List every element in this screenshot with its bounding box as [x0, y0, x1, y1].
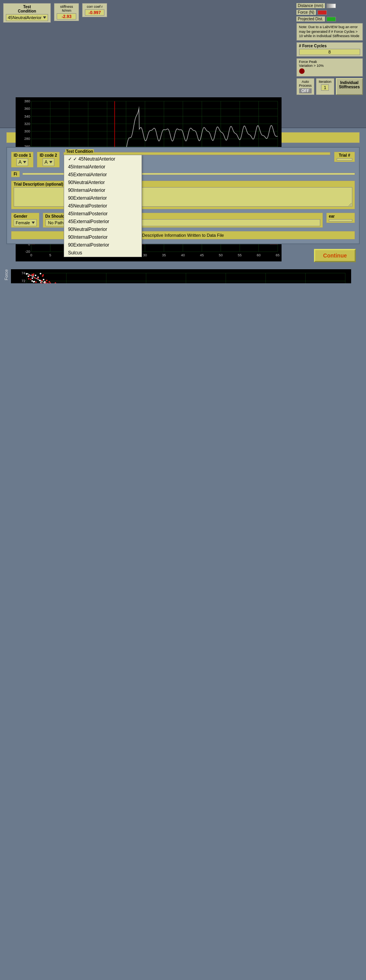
corr-coef-label: corr coef r	[87, 5, 103, 9]
corr-coef-box: corr coef r -0.997	[82, 3, 107, 17]
note-text: Note: Due to a LabVIEW bug an error may …	[299, 25, 359, 38]
iteration-box: Iteration 1	[316, 78, 334, 95]
chart-y-row: Amplitude	[16, 97, 363, 114]
projected-label: Projected Dist.	[296, 16, 325, 21]
trial-box: Trial #	[334, 152, 355, 162]
dropdown-item[interactable]: 90ExternalPosterior	[64, 241, 142, 249]
year-label: ear	[329, 214, 352, 218]
id-code-2-select[interactable]: A	[43, 158, 54, 166]
dropdown-chevron-icon	[43, 16, 46, 19]
right-panel: Distance (mm) Force (N) Projected Dist. …	[296, 3, 363, 95]
desc-written-box: Descriptive Information Written to Data …	[11, 231, 355, 240]
force-cycles-label: # Force Cycles	[299, 44, 360, 48]
filename-row: Fi	[11, 171, 355, 177]
dropdown-item[interactable]: 45ExternalAnterior	[64, 171, 142, 179]
force-peak-box: Force Peak Variation > 10%	[296, 58, 363, 77]
dropdown-item[interactable]: 90NeutralPosterior	[64, 225, 142, 233]
corr-coef-value: -0.997	[85, 9, 104, 16]
filename-label: Fi	[11, 171, 20, 177]
id-code-2-label: ID code 2	[39, 153, 57, 157]
id-code-1-label: ID code 1	[14, 153, 31, 157]
y-axis-area	[3, 97, 14, 124]
force-peak-indicator	[299, 68, 305, 74]
iteration-value: 1	[321, 84, 329, 91]
trial-value	[337, 158, 352, 161]
id-code-2-chevron-icon	[49, 161, 52, 163]
dropdown-item[interactable]: 45NeutralPosterior	[64, 202, 142, 210]
scatter-main: Displacement 25 Hz sample rate	[11, 269, 363, 280]
top-section: Test Condition 45NeutralAnterior stiffne…	[0, 0, 366, 128]
id-code-1-select[interactable]: A	[16, 158, 28, 166]
individual-stiffnesses-button[interactable]: Individual Stiffnesses	[336, 78, 363, 95]
force-peak-label: Force Peak Variation > 10%	[299, 60, 360, 68]
test-condition-form-box[interactable]: Test Condition ✓ 45NeutralAnterior 45Int…	[63, 152, 331, 156]
dropdown-item[interactable]: 90InternalAnterior	[64, 186, 142, 194]
legend-projected: Projected Dist.	[296, 16, 363, 21]
form-row-3: Gender Female Dx Shoulder No Patho ear	[11, 213, 355, 228]
force-cycles-box: # Force Cycles 8	[296, 42, 363, 57]
top-controls: Test Condition 45NeutralAnterior stiffne…	[3, 3, 363, 95]
distance-color	[327, 4, 336, 8]
gender-box: Gender Female	[11, 213, 39, 228]
form-outer: ID code 1 A ID code 2 A Test Condition ✓	[6, 147, 360, 244]
id-code-1-value: A	[18, 159, 22, 165]
main-chart-area: Amplitude Time 25 Hz sample rate	[16, 97, 363, 124]
legend-force: Force (N)	[296, 10, 363, 15]
legend-distance: Distance (mm)	[296, 3, 363, 8]
y-axis-ticks	[3, 97, 14, 124]
scatter-chart-wrapper: Force Displacement 25 Hz sample rate	[3, 269, 363, 280]
projected-color	[327, 17, 336, 21]
scatter-chart-canvas	[11, 269, 351, 283]
trial-desc-box: Trial Description (optional)	[11, 181, 355, 209]
year-value	[329, 219, 352, 222]
gender-chevron-icon	[32, 222, 35, 224]
id-code-1-chevron-icon	[23, 161, 26, 163]
auto-process-label: Auto Process	[299, 80, 312, 88]
stiffness-value: -2.93	[57, 13, 76, 20]
stiffness-label: stiffness N/mm	[60, 5, 73, 13]
year-box: ear	[326, 213, 355, 223]
continue-button[interactable]: Continue	[314, 249, 356, 262]
auto-process-off-badge: OFF	[299, 88, 312, 93]
note-box: Note: Due to a LabVIEW bug an error may …	[296, 23, 363, 41]
test-condition-form-label: Test Condition	[65, 149, 94, 154]
force-label: Force (N)	[296, 10, 316, 15]
bottom-section: Force Displacement 25 Hz sample rate	[0, 266, 366, 283]
form-row-1: ID code 1 A ID code 2 A Test Condition ✓	[11, 152, 355, 168]
force-cycles-value: 8	[299, 49, 360, 55]
dropdown-item[interactable]: 45InternalAnterior	[64, 163, 142, 171]
main-chart-container: Amplitude Time 25 Hz sample rate	[3, 97, 363, 124]
distance-label: Distance (mm)	[296, 3, 325, 8]
test-condition-box: Test Condition 45NeutralAnterior	[3, 3, 51, 23]
dropdown-item[interactable]: Sulcus	[64, 249, 142, 257]
id-code-2-value: A	[45, 159, 48, 165]
dropdown-item[interactable]: 90ExternalAnterior	[64, 194, 142, 202]
dropdown-item[interactable]: 45InternalPosterior	[64, 210, 142, 218]
gender-select[interactable]: Female	[14, 219, 37, 226]
stiffness-box: stiffness N/mm -2.93	[54, 3, 79, 21]
test-condition-value: 45NeutralAnterior	[8, 15, 41, 20]
gender-value: Female	[16, 220, 30, 225]
test-condition-select[interactable]: 45NeutralAnterior	[6, 14, 48, 21]
dropdown-item[interactable]: 90NeutralAnterior	[64, 179, 142, 186]
gender-label: Gender	[14, 214, 37, 218]
dropdown-item[interactable]: 90InternalPosterior	[64, 233, 142, 241]
id-code-2-box: ID code 2 A	[37, 152, 59, 168]
iteration-label: Iteration	[319, 80, 332, 84]
bottom-controls: Auto Process OFF Iteration 1 Individual …	[296, 78, 363, 95]
test-condition-label: Test Condition	[18, 5, 36, 13]
test-condition-dropdown[interactable]: ✓ 45NeutralAnterior 45InternalAnterior 4…	[64, 155, 142, 257]
dropdown-item[interactable]: ✓ 45NeutralAnterior	[64, 155, 142, 163]
auto-process-box: Auto Process OFF	[296, 78, 315, 95]
force-color	[318, 10, 327, 15]
dropdown-item[interactable]: 45ExternalPosterior	[64, 218, 142, 225]
id-code-1-box: ID code 1 A	[11, 152, 34, 168]
trial-label: Trial #	[339, 153, 350, 157]
scatter-y-axis-label: Force	[3, 269, 9, 280]
